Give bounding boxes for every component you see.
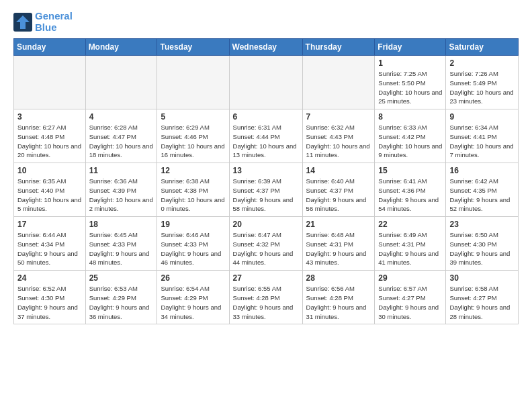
day-info: Sunrise: 6:41 AM Sunset: 4:36 PM Dayligh…: [378, 177, 442, 214]
calendar-cell: 11Sunrise: 6:36 AM Sunset: 4:39 PM Dayli…: [85, 163, 157, 217]
calendar-cell: 3Sunrise: 6:27 AM Sunset: 4:48 PM Daylig…: [14, 109, 86, 163]
day-number: 24: [17, 273, 82, 283]
calendar-header-friday: Friday: [375, 39, 446, 56]
day-number: 14: [306, 166, 371, 175]
day-number: 10: [17, 166, 82, 175]
calendar-cell: 9Sunrise: 6:34 AM Sunset: 4:41 PM Daylig…: [446, 109, 519, 163]
calendar-header-monday: Monday: [85, 39, 157, 56]
day-number: 20: [233, 220, 299, 229]
calendar-table: SundayMondayTuesdayWednesdayThursdayFrid…: [13, 38, 519, 324]
calendar-cell: 26Sunrise: 6:54 AM Sunset: 4:29 PM Dayli…: [157, 271, 229, 324]
day-number: 21: [306, 220, 371, 229]
day-number: 8: [378, 112, 442, 122]
day-info: Sunrise: 6:45 AM Sunset: 4:33 PM Dayligh…: [89, 230, 154, 267]
day-number: 15: [378, 166, 442, 175]
day-info: Sunrise: 6:55 AM Sunset: 4:28 PM Dayligh…: [233, 284, 299, 321]
day-number: 3: [17, 112, 82, 122]
calendar-cell: 2Sunrise: 7:26 AM Sunset: 5:49 PM Daylig…: [446, 56, 519, 109]
calendar-cell: 13Sunrise: 6:39 AM Sunset: 4:37 PM Dayli…: [229, 163, 302, 217]
day-number: 16: [449, 166, 515, 175]
calendar-cell: 18Sunrise: 6:45 AM Sunset: 4:33 PM Dayli…: [85, 217, 157, 271]
day-info: Sunrise: 6:50 AM Sunset: 4:30 PM Dayligh…: [449, 230, 515, 267]
calendar-cell: 25Sunrise: 6:53 AM Sunset: 4:29 PM Dayli…: [85, 271, 157, 324]
day-number: 18: [89, 220, 154, 229]
logo-icon: [13, 13, 32, 32]
day-info: Sunrise: 6:27 AM Sunset: 4:48 PM Dayligh…: [17, 123, 82, 160]
day-info: Sunrise: 7:26 AM Sunset: 5:49 PM Dayligh…: [449, 69, 515, 106]
calendar-week-4: 24Sunrise: 6:52 AM Sunset: 4:30 PM Dayli…: [14, 271, 519, 324]
day-info: Sunrise: 6:52 AM Sunset: 4:30 PM Dayligh…: [17, 284, 82, 321]
day-info: Sunrise: 6:29 AM Sunset: 4:46 PM Dayligh…: [161, 123, 225, 160]
day-number: 13: [233, 166, 299, 175]
day-info: Sunrise: 6:32 AM Sunset: 4:43 PM Dayligh…: [306, 123, 371, 160]
calendar-cell: 23Sunrise: 6:50 AM Sunset: 4:30 PM Dayli…: [446, 217, 519, 271]
calendar-cell: 24Sunrise: 6:52 AM Sunset: 4:30 PM Dayli…: [14, 271, 86, 324]
day-number: 12: [161, 166, 225, 175]
day-info: Sunrise: 6:56 AM Sunset: 4:28 PM Dayligh…: [306, 284, 371, 321]
calendar-cell: 22Sunrise: 6:49 AM Sunset: 4:31 PM Dayli…: [375, 217, 446, 271]
day-number: 9: [449, 112, 515, 122]
day-number: 27: [233, 273, 299, 283]
calendar-cell: 7Sunrise: 6:32 AM Sunset: 4:43 PM Daylig…: [302, 109, 375, 163]
calendar-cell: [157, 56, 229, 109]
calendar-cell: [302, 56, 375, 109]
logo-text: General Blue: [35, 11, 73, 33]
day-number: 30: [449, 273, 515, 283]
calendar-header-tuesday: Tuesday: [157, 39, 229, 56]
day-info: Sunrise: 6:47 AM Sunset: 4:32 PM Dayligh…: [233, 230, 299, 267]
day-info: Sunrise: 6:40 AM Sunset: 4:37 PM Dayligh…: [306, 177, 371, 214]
calendar-cell: 20Sunrise: 6:47 AM Sunset: 4:32 PM Dayli…: [229, 217, 302, 271]
day-info: Sunrise: 6:36 AM Sunset: 4:39 PM Dayligh…: [89, 177, 154, 214]
calendar-cell: 10Sunrise: 6:35 AM Sunset: 4:40 PM Dayli…: [14, 163, 86, 217]
day-info: Sunrise: 6:34 AM Sunset: 4:41 PM Dayligh…: [449, 123, 515, 160]
calendar-cell: 27Sunrise: 6:55 AM Sunset: 4:28 PM Dayli…: [229, 271, 302, 324]
day-number: 4: [89, 112, 154, 122]
day-number: 25: [89, 273, 154, 283]
calendar-week-1: 3Sunrise: 6:27 AM Sunset: 4:48 PM Daylig…: [14, 109, 519, 163]
calendar-cell: [229, 56, 302, 109]
day-number: 2: [449, 58, 515, 68]
calendar-cell: 12Sunrise: 6:38 AM Sunset: 4:38 PM Dayli…: [157, 163, 229, 217]
day-number: 29: [378, 273, 442, 283]
day-info: Sunrise: 6:42 AM Sunset: 4:35 PM Dayligh…: [449, 177, 515, 214]
calendar-week-3: 17Sunrise: 6:44 AM Sunset: 4:34 PM Dayli…: [14, 217, 519, 271]
calendar-cell: 14Sunrise: 6:40 AM Sunset: 4:37 PM Dayli…: [302, 163, 375, 217]
day-info: Sunrise: 6:38 AM Sunset: 4:38 PM Dayligh…: [161, 177, 225, 214]
calendar-cell: 28Sunrise: 6:56 AM Sunset: 4:28 PM Dayli…: [302, 271, 375, 324]
page: General Blue SundayMondayTuesdayWednesda…: [0, 0, 532, 331]
day-number: 6: [233, 112, 299, 122]
calendar-cell: 16Sunrise: 6:42 AM Sunset: 4:35 PM Dayli…: [446, 163, 519, 217]
day-number: 26: [161, 273, 225, 283]
day-info: Sunrise: 6:58 AM Sunset: 4:27 PM Dayligh…: [449, 284, 515, 321]
header: General Blue: [13, 11, 519, 33]
calendar-cell: [14, 56, 86, 109]
calendar-header-thursday: Thursday: [302, 39, 375, 56]
day-number: 5: [161, 112, 225, 122]
day-info: Sunrise: 6:33 AM Sunset: 4:42 PM Dayligh…: [378, 123, 442, 160]
calendar-header-wednesday: Wednesday: [229, 39, 302, 56]
day-number: 28: [306, 273, 371, 283]
calendar-header-row: SundayMondayTuesdayWednesdayThursdayFrid…: [14, 39, 519, 56]
calendar-cell: 8Sunrise: 6:33 AM Sunset: 4:42 PM Daylig…: [375, 109, 446, 163]
day-info: Sunrise: 6:49 AM Sunset: 4:31 PM Dayligh…: [378, 230, 442, 267]
day-info: Sunrise: 6:31 AM Sunset: 4:44 PM Dayligh…: [233, 123, 299, 160]
day-info: Sunrise: 6:35 AM Sunset: 4:40 PM Dayligh…: [17, 177, 82, 214]
calendar-cell: 29Sunrise: 6:57 AM Sunset: 4:27 PM Dayli…: [375, 271, 446, 324]
day-info: Sunrise: 6:48 AM Sunset: 4:31 PM Dayligh…: [306, 230, 371, 267]
calendar-week-2: 10Sunrise: 6:35 AM Sunset: 4:40 PM Dayli…: [14, 163, 519, 217]
day-info: Sunrise: 6:46 AM Sunset: 4:33 PM Dayligh…: [161, 230, 225, 267]
day-info: Sunrise: 6:44 AM Sunset: 4:34 PM Dayligh…: [17, 230, 82, 267]
calendar-cell: 17Sunrise: 6:44 AM Sunset: 4:34 PM Dayli…: [14, 217, 86, 271]
day-number: 17: [17, 220, 82, 229]
calendar-cell: [85, 56, 157, 109]
calendar-header-saturday: Saturday: [446, 39, 519, 56]
day-info: Sunrise: 6:39 AM Sunset: 4:37 PM Dayligh…: [233, 177, 299, 214]
day-info: Sunrise: 6:53 AM Sunset: 4:29 PM Dayligh…: [89, 284, 154, 321]
day-info: Sunrise: 6:28 AM Sunset: 4:47 PM Dayligh…: [89, 123, 154, 160]
day-number: 23: [449, 220, 515, 229]
calendar-cell: 21Sunrise: 6:48 AM Sunset: 4:31 PM Dayli…: [302, 217, 375, 271]
calendar-cell: 19Sunrise: 6:46 AM Sunset: 4:33 PM Dayli…: [157, 217, 229, 271]
calendar-cell: 15Sunrise: 6:41 AM Sunset: 4:36 PM Dayli…: [375, 163, 446, 217]
logo: General Blue: [13, 11, 73, 33]
day-number: 1: [378, 58, 442, 68]
